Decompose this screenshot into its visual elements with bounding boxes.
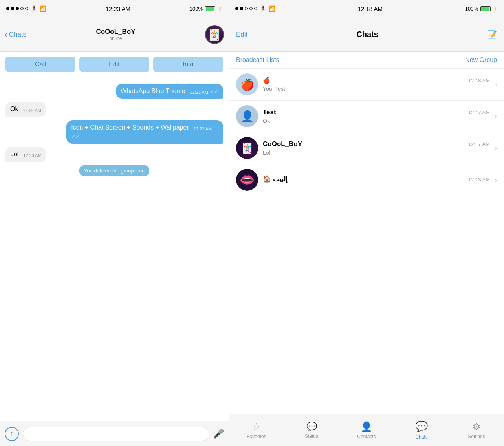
wifi-icon-right: 📶 [269,5,275,12]
new-group-button[interactable]: New Group [465,57,497,64]
chevron-apple: › [495,80,497,89]
settings-icon: ⚙ [472,421,481,432]
bolt-icon-right: ⚡ [493,7,498,11]
chats-screen-title: Chats [356,30,378,39]
chat-header: ‹ Chats CoOoL_BoY online [0,17,229,52]
bubble-content-3: Icon + Chat Screen + Sounds + Wallpaper … [71,123,218,141]
message-time-2: 12:22 AM [23,108,41,113]
lips-emoji: 👄 [239,172,255,187]
tab-chats-label: Chats [415,434,427,440]
chat-item-body-coolboy: CoOoL_BoY 12:17 AM Lol [263,140,490,156]
chat-avatar-albayt: 👄 [236,169,258,191]
dot1 [6,7,9,10]
tab-settings-label: Settings [468,434,485,439]
broadcast-lists-button[interactable]: Broadcast Lists [236,57,279,64]
status-bar-right-side: 100% ⚡ [190,6,222,12]
chat-preview-coolboy: Lol [263,150,490,156]
chats-icon: 💬 [415,420,428,433]
battery-percent-right: 100% [465,6,478,12]
chat-time-albayt: 12:13 AM [468,177,490,183]
message-time-3: 12:23 AM [194,126,212,132]
bubble-content-2: Ok 12:22 AM [10,105,41,113]
message-text-1: WhatsApp Blue Theme [121,87,185,95]
rdot1 [235,7,238,10]
tab-settings[interactable]: ⚙ Settings [449,421,504,439]
chat-item-body-apple: 🍎 12:18 AM You: Test [263,77,490,92]
carrier-icon: 🏃‍♀️ [31,5,37,12]
clock-left: 12:23 AM [106,5,130,12]
call-button[interactable]: Call [5,57,75,72]
carrier-icon-right: 🏃‍♀️ [260,5,266,12]
contacts-icon: 👤 [361,421,372,432]
chat-item-body-test: Test 12:17 AM Ok [263,108,490,124]
tab-chats[interactable]: 💬 Chats [394,420,449,440]
message-row-2: Ok 12:22 AM [5,102,223,117]
back-button[interactable]: ‹ Chats [5,30,26,39]
message-bubble-2: Ok 12:22 AM [5,102,46,117]
chat-time-apple: 12:18 AM [468,78,490,84]
message-text-3: Icon + Chat Screen + Sounds + Wallpaper [71,123,189,132]
chat-item-body-albayt: 🏠 إلبيت 12:13 AM [263,175,490,185]
chat-list-item-apple[interactable]: 🍎 🍎 12:18 AM You: Test › [229,69,504,101]
rdot2 [240,7,243,10]
chevron-left-icon: ‹ [5,30,7,39]
favorites-icon: ☆ [252,421,261,432]
message-bubble-3: Icon + Chat Screen + Sounds + Wallpaper … [66,120,223,144]
checkmarks-1: ✔✔ [210,88,218,95]
chat-time-coolboy: 12:17 AM [468,141,490,147]
info-button[interactable]: Info [153,57,223,72]
message-input[interactable] [23,427,209,441]
battery-icon-right [480,6,491,11]
clock-right: 12:18 AM [358,5,383,12]
message-text-2: Ok [10,105,18,113]
microphone-button[interactable]: 🎤 [213,429,224,439]
message-text-4: Lol [10,150,18,159]
chevron-albayt: › [495,176,497,184]
dot5 [25,7,28,10]
message-bubble-4: Lol 12:23 AM [5,147,46,162]
back-label[interactable]: Chats [9,31,26,38]
message-time-1: 12:21 AM [190,90,208,95]
status-bar-right: 🏃‍♀️ 📶 12:18 AM 100% ⚡ [229,0,504,17]
chat-list-item-albayt[interactable]: 👄 🏠 إلبيت 12:13 AM › [229,164,504,196]
rdot4 [249,7,253,10]
tab-contacts-label: Contacts [357,434,376,439]
tab-status[interactable]: 💬 Status [284,422,339,439]
messages-area: WhatsApp Blue Theme 12:21 AM ✔✔ Ok 12:22… [0,77,229,421]
chat-item-top-apple: 🍎 12:18 AM [263,77,490,84]
chat-item-top-test: Test 12:17 AM [263,108,490,116]
chat-list: 🍎 🍎 12:18 AM You: Test › 👤 Test 12:17 AM [229,69,504,414]
system-message-text: You deleted the group icon [84,168,145,174]
battery-icon-left [205,6,215,11]
tab-favorites-label: Favorites [247,434,266,439]
chevron-coolboy: › [495,144,497,152]
chevron-test: › [495,112,497,121]
action-buttons-bar: Call Edit Info [0,52,229,77]
battery-fill-right [481,7,489,11]
message-row-1: WhatsApp Blue Theme 12:21 AM ✔✔ [5,84,223,99]
bottom-tab-bar: ☆ Favorites 💬 Status 👤 Contacts 💬 Chats … [229,414,504,446]
status-icon: 💬 [306,422,317,432]
chat-avatar-coolboy: 🃏 [236,137,258,159]
signal-dots-right [235,7,257,10]
dot2 [11,7,14,10]
broadcast-row: Broadcast Lists New Group [229,52,504,69]
upload-button[interactable]: ↑ [5,427,19,441]
tab-favorites[interactable]: ☆ Favorites [229,421,284,439]
chat-list-item-test[interactable]: 👤 Test 12:17 AM Ok › [229,101,504,132]
person-icon-test: 👤 [240,110,254,123]
contact-status: online [96,36,135,41]
system-message-row: You deleted the group icon [5,165,223,176]
chats-list-screen: 🏃‍♀️ 📶 12:18 AM 100% ⚡ Edit Chats 📝 Broa… [229,0,504,446]
chat-input-bar: ↑ 🎤 [0,421,229,446]
chat-time-test: 12:17 AM [468,110,490,115]
tab-status-label: Status [305,433,318,439]
edit-button[interactable]: Edit [79,57,149,72]
contact-avatar[interactable] [205,25,224,44]
edit-chats-button[interactable]: Edit [236,31,247,38]
battery-percent-left: 100% [190,6,203,12]
chat-list-item-coolboy[interactable]: 🃏 CoOoL_BoY 12:17 AM Lol › [229,132,504,164]
chat-name-albayt: 🏠 إلبيت [263,175,288,183]
compose-button[interactable]: 📝 [487,30,497,39]
tab-contacts[interactable]: 👤 Contacts [339,421,394,439]
